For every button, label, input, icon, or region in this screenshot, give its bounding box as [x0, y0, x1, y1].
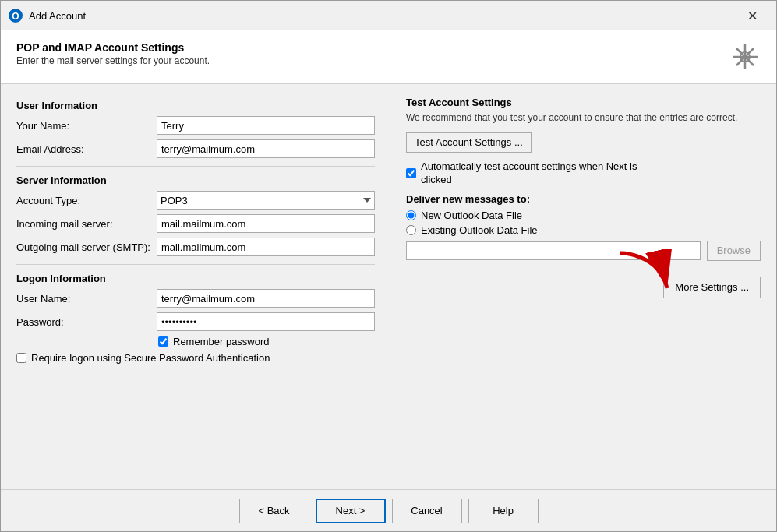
password-input[interactable] [157, 312, 375, 331]
password-label: Password: [16, 316, 157, 328]
outgoing-mail-row: Outgoing mail server (SMTP): [16, 238, 375, 256]
arrow-area: More Settings ... [406, 277, 761, 298]
email-address-row: Email Address: [16, 139, 375, 158]
auto-test-checkbox[interactable] [406, 168, 416, 178]
help-button[interactable]: Help [468, 499, 539, 523]
header-text: POP and IMAP Account Settings Enter the … [16, 41, 210, 66]
cancel-button[interactable]: Cancel [392, 499, 462, 523]
header-section: POP and IMAP Account Settings Enter the … [1, 30, 776, 84]
existing-outlook-label[interactable]: Existing Outlook Data File [421, 224, 538, 236]
server-info-header: Server Information [16, 174, 375, 186]
account-type-select[interactable]: POP3 IMAP [157, 191, 375, 210]
new-outlook-label[interactable]: New Outlook Data File [421, 210, 522, 221]
outgoing-mail-input[interactable] [157, 238, 375, 256]
remember-password-row: Remember password [158, 336, 375, 347]
back-button[interactable]: < Back [239, 499, 309, 523]
remember-password-label[interactable]: Remember password [173, 336, 270, 347]
close-button[interactable]: ✕ [734, 3, 770, 28]
incoming-mail-row: Incoming mail server: [16, 214, 375, 233]
your-name-row: Your Name: [16, 116, 375, 135]
dialog-title: Add Account [29, 10, 734, 22]
svg-text:O: O [12, 11, 19, 22]
your-name-input[interactable] [157, 116, 375, 135]
account-type-row: Account Type: POP3 IMAP [16, 191, 375, 210]
remember-password-checkbox[interactable] [158, 336, 168, 347]
right-panel: Test Account Settings We recommend that … [398, 97, 761, 483]
dialog: O Add Account ✕ POP and IMAP Account Set… [0, 0, 777, 532]
user-name-row: User Name: [16, 289, 375, 308]
test-settings-desc: We recommend that you test your account … [406, 111, 761, 125]
existing-outlook-file-row: Existing Outlook Data File [406, 224, 761, 236]
content-area: User Information Your Name: Email Addres… [1, 84, 776, 489]
left-panel: User Information Your Name: Email Addres… [16, 97, 398, 483]
test-settings-header: Test Account Settings [406, 97, 761, 108]
main-title: POP and IMAP Account Settings [16, 41, 210, 54]
bottom-bar: < Back Next > Cancel Help [1, 489, 776, 531]
title-bar: O Add Account ✕ [1, 1, 776, 30]
more-settings-button[interactable]: More Settings ... [663, 277, 761, 298]
outgoing-mail-label: Outgoing mail server (SMTP): [16, 241, 157, 253]
logon-info-header: Logon Information [16, 273, 375, 284]
incoming-mail-input[interactable] [157, 214, 375, 233]
test-settings-button[interactable]: Test Account Settings ... [406, 132, 532, 153]
auto-test-row: Automatically test account settings when… [406, 160, 761, 187]
next-button[interactable]: Next > [316, 499, 386, 523]
secure-auth-checkbox[interactable] [16, 353, 26, 363]
user-name-input[interactable] [157, 289, 375, 308]
incoming-mail-label: Incoming mail server: [16, 218, 157, 230]
divider-2 [16, 264, 375, 265]
app-icon: O [7, 7, 24, 24]
sub-title: Enter the mail server settings for your … [16, 55, 210, 66]
browse-row: Browse [406, 241, 761, 261]
password-row: Password: [16, 312, 375, 331]
user-info-header: User Information [16, 100, 375, 111]
email-address-label: Email Address: [16, 143, 157, 155]
user-name-label: User Name: [16, 293, 157, 305]
red-arrow [613, 249, 675, 298]
account-type-label: Account Type: [16, 195, 157, 206]
divider-1 [16, 166, 375, 167]
header-icon [729, 41, 761, 72]
browse-button[interactable]: Browse [707, 241, 761, 261]
email-address-input[interactable] [157, 139, 375, 158]
new-outlook-radio[interactable] [406, 210, 416, 220]
deliver-header: Deliver new messages to: [406, 193, 761, 205]
secure-auth-label[interactable]: Require logon using Secure Password Auth… [31, 352, 270, 364]
secure-auth-row: Require logon using Secure Password Auth… [16, 352, 375, 364]
existing-outlook-radio[interactable] [406, 225, 416, 235]
new-outlook-file-row: New Outlook Data File [406, 210, 761, 221]
your-name-label: Your Name: [16, 120, 157, 132]
auto-test-label[interactable]: Automatically test account settings when… [421, 160, 639, 187]
